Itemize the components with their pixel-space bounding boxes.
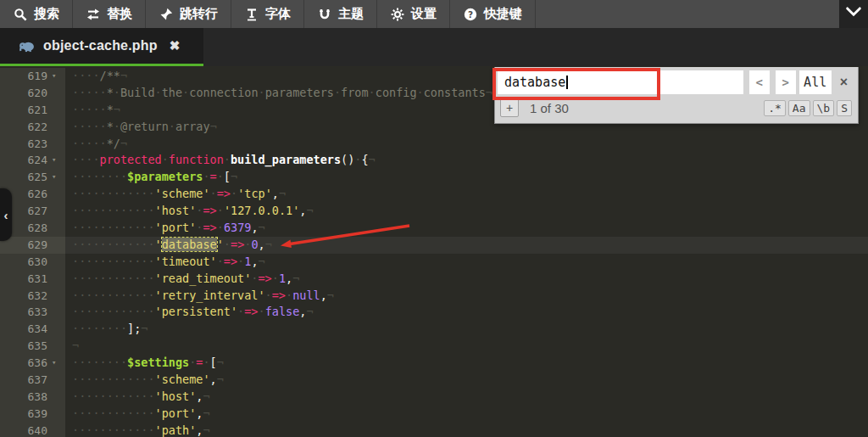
code-line-638: 638············'host',¬ (0, 389, 868, 406)
code-text: ············'persistent'·=>·false,¬ (65, 304, 868, 321)
search-option-buttons: .*Aa\bS (764, 100, 852, 116)
fold-gutter (52, 288, 65, 305)
fold-gutter (52, 372, 65, 389)
code-text: ·····*/¬ (65, 136, 868, 153)
panel-collapse-button[interactable] (839, 0, 868, 28)
fold-gutter (52, 136, 65, 153)
word-boundary-option-button[interactable]: \b (813, 100, 835, 116)
code-line-625: 625▾········$parameters·=·[¬ (0, 169, 868, 186)
line-number: 622 (0, 119, 52, 136)
code-text: ········];¬ (65, 321, 868, 338)
fold-arrow-icon[interactable]: ▾ (52, 169, 65, 186)
toolbar-button-label: 主题 (338, 6, 364, 22)
code-line-639: 639············'port',¬ (0, 406, 868, 423)
toolbar-button-settings[interactable]: 设置 (377, 0, 450, 28)
fold-gutter (52, 119, 65, 136)
code-text: ····protected·function·build_parameters(… (65, 152, 868, 169)
fold-arrow-icon[interactable]: ▾ (52, 355, 65, 372)
fold-arrow-icon[interactable]: ▾ (52, 68, 65, 85)
fold-gutter (52, 254, 65, 271)
code-line-631: 631············'read_timeout'·=>·1,¬ (0, 271, 868, 288)
code-text: ········$settings·=·[¬ (65, 355, 868, 372)
svg-text:?: ? (467, 8, 472, 19)
tab-bar: object-cache.php ✖ (0, 28, 868, 66)
line-number: 624 (0, 152, 52, 169)
fold-gutter (52, 220, 65, 237)
code-line-629: 629············'database'·=>·0,¬ (0, 237, 868, 254)
code-line-628: 628············'port'·=>·6379,¬ (0, 220, 868, 237)
toolbar-button-label: 字体 (265, 6, 291, 22)
line-number: 621 (0, 102, 52, 119)
search-match-highlight: database (162, 238, 217, 251)
find-next-button[interactable]: > (776, 70, 796, 94)
toolbar-button-replace[interactable]: 替换 (73, 0, 146, 28)
chevron-down-icon (844, 6, 863, 22)
find-previous-button[interactable]: < (749, 70, 770, 94)
fold-gutter (52, 102, 65, 119)
code-text: ············'database'·=>·0,¬ (65, 237, 868, 254)
toolbar-button-font[interactable]: 字体 (231, 0, 304, 28)
tab-object-cache-php[interactable]: object-cache.php ✖ (0, 28, 203, 66)
annotation-arrow (275, 219, 415, 258)
toolbar-button-search[interactable]: 搜索 (0, 0, 73, 28)
code-line-636: 636▾········$settings·=·[¬ (0, 355, 868, 372)
sidebar-expand-toggle[interactable]: ‹ (0, 188, 12, 241)
tab-title: object-cache.php (43, 38, 158, 53)
code-text: ············'scheme'·=>·'tcp',¬ (65, 186, 868, 203)
toolbar-button-label: 快捷键 (484, 6, 522, 22)
font-icon (244, 7, 259, 21)
toolbar-button-label: 替换 (107, 6, 132, 22)
toolbar-button-label: 设置 (411, 6, 437, 22)
fold-arrow-icon[interactable]: ▾ (52, 152, 65, 169)
code-text: ············'port'·=>·6379,¬ (65, 220, 868, 237)
toolbar-items: 搜索替换跳转行字体主题设置?快捷键 (0, 0, 536, 28)
fold-gutter (52, 237, 65, 254)
code-line-633: 633············'persistent'·=>·false,¬ (0, 304, 868, 321)
code-text: ········$parameters·=·[¬ (65, 169, 868, 186)
case-option-button[interactable]: Aa (788, 100, 810, 116)
toolbar-button-theme[interactable]: 主题 (304, 0, 377, 28)
toolbar-button-label: 搜索 (34, 6, 59, 22)
php-elephant-icon (19, 40, 35, 53)
code-line-632: 632············'retry_interval'·=>·null,… (0, 288, 868, 305)
code-text: ············'timeout'·=>·1,¬ (65, 254, 868, 271)
fold-gutter (52, 321, 65, 338)
code-text: ············'read_timeout'·=>·1,¬ (65, 271, 868, 288)
replace-icon (86, 7, 100, 21)
line-number: 631 (0, 271, 52, 288)
line-number: 634 (0, 321, 52, 338)
toolbar-button-goto-line[interactable]: 跳转行 (146, 0, 231, 28)
close-search-icon[interactable]: × (840, 75, 848, 90)
tab-close-icon[interactable]: ✖ (170, 38, 181, 53)
line-number: 633 (0, 304, 52, 321)
question-circle-icon: ? (463, 7, 477, 21)
annotation-highlight-box (492, 68, 660, 100)
toolbar-filler (536, 0, 839, 28)
fold-gutter (52, 389, 65, 406)
fold-gutter (52, 85, 65, 102)
find-all-button[interactable]: All (799, 70, 832, 94)
fold-gutter (52, 304, 65, 321)
regex-option-button[interactable]: .* (764, 100, 786, 116)
fold-gutter (52, 186, 65, 203)
search-icon (13, 7, 27, 21)
fold-gutter (52, 203, 65, 220)
line-number: 638 (0, 389, 52, 406)
toolbar-button-label: 跳转行 (180, 6, 218, 22)
selection-option-button[interactable]: S (837, 100, 852, 116)
code-line-623: 623·····*/¬ (0, 136, 868, 153)
add-search-row-button[interactable]: + (500, 98, 519, 117)
code-line-635: 635¬ (0, 338, 868, 355)
code-line-634: 634········];¬ (0, 321, 868, 338)
toolbar-button-shortcuts[interactable]: ?快捷键 (450, 0, 536, 28)
code-line-627: 627············'host'·=>·'127.0.0.1',¬ (0, 203, 868, 220)
line-number: 632 (0, 288, 52, 305)
line-number: 637 (0, 372, 52, 389)
code-line-624: 624▾····protected·function·build_paramet… (0, 152, 868, 169)
magnet-icon (317, 7, 331, 21)
line-number: 623 (0, 136, 52, 153)
line-number: 620 (0, 85, 52, 102)
code-text: ············'path',¬ (65, 423, 868, 437)
toolbar: 搜索替换跳转行字体主题设置?快捷键 (0, 0, 868, 28)
line-number: 636 (0, 355, 52, 372)
